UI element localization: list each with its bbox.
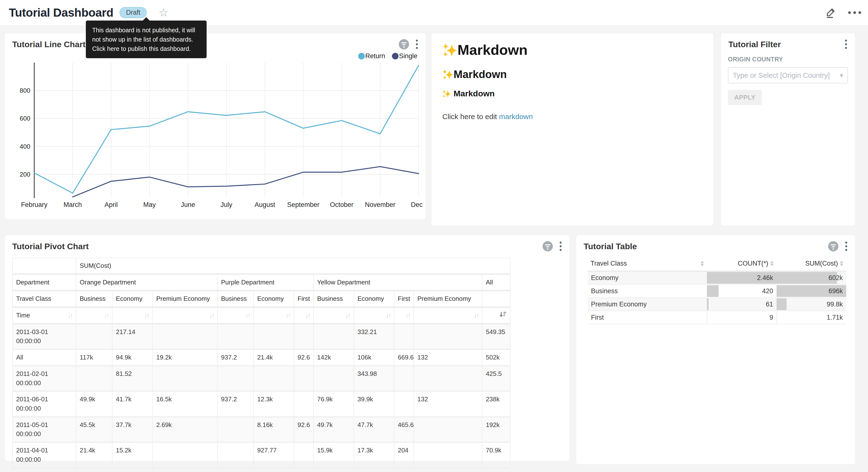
sort-icon[interactable]: ↓↑ xyxy=(104,311,108,320)
pivot-cell: 94.9k xyxy=(112,350,153,366)
sort-icon[interactable]: ↓↑ xyxy=(474,311,478,320)
legend-item-return[interactable]: Return xyxy=(358,52,385,60)
cell-bar xyxy=(707,298,709,310)
pivot-title: Tutorial Pivot Chart xyxy=(12,242,89,251)
tooltip-line: not show up in the list of dashboards. xyxy=(92,35,200,44)
edit-pencil-icon[interactable] xyxy=(825,7,836,18)
publish-tooltip: This dashboard is not published, it will… xyxy=(86,21,207,58)
pivot-col-group: Purple Department xyxy=(217,274,313,291)
table-row: Business420696k xyxy=(588,285,846,298)
sort-icon[interactable]: ↓↑ xyxy=(245,311,250,320)
pivot-cell xyxy=(414,324,482,350)
apply-button[interactable]: APPLY xyxy=(728,90,762,105)
kebab-menu-icon[interactable] xyxy=(845,241,848,252)
markdown-edit-link[interactable]: markdown xyxy=(499,113,533,121)
column-header-travel-class[interactable]: Travel Class xyxy=(588,256,707,271)
column-header-sum-cost-[interactable]: SUM(Cost) xyxy=(777,256,846,271)
more-horizontal-icon[interactable] xyxy=(848,11,861,14)
filter-indicator-icon[interactable] xyxy=(828,241,838,252)
y-axis-tick-label: 600 xyxy=(20,115,30,122)
pivot-cell: 21.4k xyxy=(253,350,294,366)
pivot-class-col: Business xyxy=(313,291,354,307)
table-header: Tutorial Table xyxy=(584,241,848,252)
dropdown-caret-icon: ▾ xyxy=(840,72,843,79)
panel-markdown: Markdown Markdown Markdown Click here to… xyxy=(432,33,713,226)
pivot-cell: 45.5k xyxy=(76,417,112,442)
chart-legend: ReturnSingle xyxy=(358,52,417,60)
data-table-wrap: Travel ClassCOUNT(*)SUM(Cost)Economy2.46… xyxy=(588,256,846,324)
pivot-row-label: 2011-03-01 00:00:00 xyxy=(12,324,76,350)
legend-dot xyxy=(392,53,399,59)
sparkles-icon xyxy=(442,89,451,98)
column-header-count-[interactable]: COUNT(*) xyxy=(707,256,777,271)
pivot-cell: 19.2k xyxy=(153,350,217,366)
legend-item-single[interactable]: Single xyxy=(392,52,417,60)
pivot-cell: 238k xyxy=(482,391,510,417)
sort-icon[interactable]: ↓↑ xyxy=(386,311,391,320)
pivot-row-label: 2011-06-01 00:00:00 xyxy=(12,391,76,417)
cell-count: 61 xyxy=(707,298,777,311)
cell-count: 420 xyxy=(707,285,777,298)
cell-bar xyxy=(777,272,837,284)
sort-icon[interactable]: ↓↑ xyxy=(68,311,72,320)
pivot-col-group: All xyxy=(482,274,510,291)
pivot-time-label: Time↓↑ xyxy=(12,307,76,324)
sort-icon[interactable]: ↓↑ xyxy=(286,311,290,320)
pivot-cell: 142k xyxy=(313,350,354,366)
cell-count: 9 xyxy=(707,311,777,324)
status-badge[interactable]: Draft xyxy=(120,7,147,18)
table-header-row: Travel ClassCOUNT(*)SUM(Cost) xyxy=(588,256,846,271)
pivot-cell xyxy=(394,324,414,350)
pivot-cell xyxy=(394,365,414,391)
x-axis-tick-label: June xyxy=(181,201,195,208)
cell-bar xyxy=(707,312,707,323)
cell-count: 2.46k xyxy=(707,271,777,285)
kebab-menu-icon[interactable] xyxy=(844,39,847,50)
pivot-cell: 17.3k xyxy=(354,442,394,468)
pivot-row-label: 2011-05-01 00:00:00 xyxy=(12,417,76,442)
pivot-data-row: 2011-04-01 00:00:0021.4k15.2k927.7715.9k… xyxy=(12,442,510,468)
kebab-menu-icon[interactable] xyxy=(415,39,418,50)
line-chart-title: Tutorial Line Chart xyxy=(12,40,86,49)
sort-icon[interactable]: ↓↑ xyxy=(305,311,310,320)
kebab-menu-icon[interactable] xyxy=(559,241,562,252)
x-axis-tick-label: May xyxy=(143,201,156,208)
sort-icon[interactable]: ↓↑ xyxy=(345,311,350,320)
pivot-cell xyxy=(253,365,294,391)
pivot-sort-cell: ↓↑ xyxy=(354,307,394,324)
filter-indicator-icon[interactable] xyxy=(399,39,409,50)
line-series-single xyxy=(73,167,418,197)
pivot-cell: 465.6 xyxy=(394,417,414,442)
line-chart-header: Tutorial Line Chart xyxy=(12,39,418,50)
filter-indicator-icon[interactable] xyxy=(542,241,553,252)
panel-filter: Tutorial Filter ORIGIN COUNTRY Type or S… xyxy=(721,33,855,226)
pivot-cell: 39.9k xyxy=(354,391,394,417)
pivot-cell xyxy=(294,391,313,417)
cell-travel-class: First xyxy=(588,311,707,324)
pivot-cell xyxy=(414,365,482,391)
markdown-h1: Markdown xyxy=(442,41,704,58)
sort-icon[interactable]: ↓↑ xyxy=(209,311,214,320)
pivot-class-col: Premium Economy xyxy=(153,291,217,307)
pivot-cell xyxy=(394,391,414,417)
sort-desc-active-icon[interactable] xyxy=(499,311,507,318)
tooltip-line: Click here to publish this dashboard. xyxy=(92,44,200,53)
table-row: Economy2.46k602k xyxy=(588,271,846,285)
cell-travel-class: Economy xyxy=(588,271,707,285)
pivot-cell: 927.77 xyxy=(253,442,294,468)
x-axis-tick-label: October xyxy=(330,201,353,208)
cell-travel-class: Premium Economy xyxy=(588,298,707,311)
page-title: Tutorial Dashboard xyxy=(9,6,113,19)
favorite-star-icon[interactable]: ☆ xyxy=(158,7,168,18)
pivot-time-row: Time↓↑↓↑↓↑↓↑↓↑↓↑↓↑↓↑↓↑↓↑↓↑ xyxy=(12,307,510,324)
origin-country-select[interactable]: Type or Select [Origin Country] ▾ xyxy=(728,67,848,83)
pivot-corner-cell xyxy=(12,258,76,274)
pivot-class-label: Travel Class xyxy=(12,291,76,307)
pivot-metric-row: SUM(Cost) xyxy=(12,258,510,274)
cell-sum-cost: 602k xyxy=(777,271,846,285)
header-actions xyxy=(825,7,861,18)
pivot-sort-cell: ↓↑ xyxy=(294,307,313,324)
pivot-row-dim-label: Department xyxy=(12,274,76,291)
sort-icon[interactable]: ↓↑ xyxy=(144,311,149,320)
sort-icon[interactable]: ↓↑ xyxy=(405,311,410,320)
